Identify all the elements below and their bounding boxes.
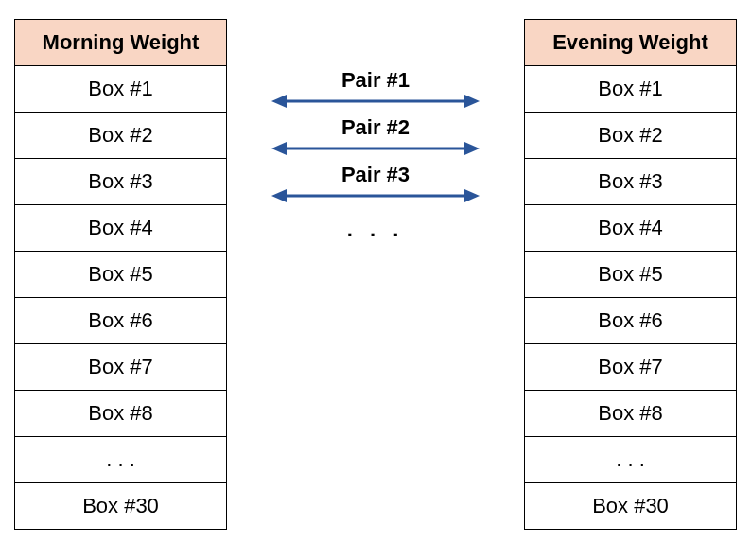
right-row: Box #1 [525,66,737,113]
left-row: Box #8 [15,391,227,437]
right-row: Box #3 [525,159,737,205]
left-table: Morning Weight Box #1 Box #2 Box #3 Box … [14,19,227,530]
pairs-ellipsis: . . . [227,218,524,242]
right-row: Box #6 [525,298,737,344]
svg-marker-8 [464,189,480,202]
double-arrow-icon [271,91,480,112]
svg-marker-5 [464,142,480,155]
right-row: Box #5 [525,252,737,298]
svg-marker-1 [271,95,287,108]
left-row: Box #6 [15,298,227,344]
right-row: Box #2 [525,113,737,159]
svg-marker-4 [271,142,287,155]
right-row: Box #8 [525,391,737,437]
right-header: Evening Weight [525,20,737,66]
left-row: Box #1 [15,66,227,113]
left-header: Morning Weight [15,20,227,66]
left-row: Box #30 [15,483,227,530]
right-row: Box #7 [525,344,737,391]
pair-row: Pair #2 [227,115,524,159]
pair-row: Pair #1 [227,68,524,112]
double-arrow-icon [271,185,480,206]
pair-label: Pair #1 [341,68,410,93]
left-row: Box #4 [15,205,227,252]
left-row: Box #7 [15,344,227,391]
double-arrow-icon [271,138,480,159]
pair-label: Pair #2 [341,115,410,140]
pair-label: Pair #3 [341,163,410,187]
svg-marker-2 [464,95,480,108]
left-row: Box #2 [15,113,227,159]
diagram-container: Morning Weight Box #1 Box #2 Box #3 Box … [14,19,737,530]
left-row: Box #5 [15,252,227,298]
right-row: Box #30 [525,483,737,530]
middle-column: Pair #1 Pair #2 Pair #3 [227,19,524,530]
right-row: . . . [525,437,737,483]
svg-marker-7 [271,189,287,202]
pair-row: Pair #3 [227,163,524,206]
right-row: Box #4 [525,205,737,252]
left-row: Box #3 [15,159,227,205]
right-table: Evening Weight Box #1 Box #2 Box #3 Box … [524,19,737,530]
left-row: . . . [15,437,227,483]
